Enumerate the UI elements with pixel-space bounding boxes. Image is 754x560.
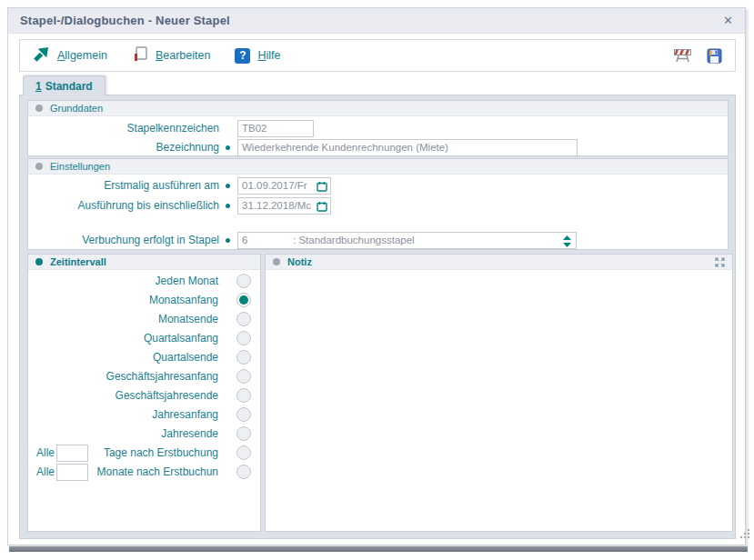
section-dot-icon	[35, 163, 43, 170]
menu-bearbeiten[interactable]: Bearbeiten	[132, 45, 210, 65]
section-header: Einstellungen	[28, 159, 728, 175]
radio-row: AlleMonate nach Erstbuchun	[28, 463, 260, 482]
radio-label: Jahresende	[161, 425, 218, 444]
date-text: 01.09.2017/Fr	[242, 180, 307, 191]
radio-row: Geschäftsjahresanfang	[28, 367, 260, 386]
tab-standard[interactable]: 1Standard	[23, 75, 106, 95]
field-label: Erstmalig ausführen am	[28, 177, 219, 195]
stapel-number: 6	[242, 235, 247, 245]
form-row: Verbuchung erfolgt in Stapel 6 : Standar…	[28, 232, 728, 249]
radio-row: Jeden Monat	[28, 272, 260, 291]
calendar-icon[interactable]	[317, 201, 327, 215]
stapel-name: : Standardbuchungsstapel	[293, 233, 415, 248]
notiz-textarea[interactable]	[266, 270, 732, 531]
form-row: Stapelkennzeichen TB02	[28, 120, 728, 137]
field-label: Ausführung bis einschließlich	[28, 197, 219, 215]
edit-stamp-icon	[132, 45, 148, 65]
radio-row: Monatsende	[28, 310, 260, 329]
radio-row: AlleTage nach Erstbuchung	[28, 444, 260, 463]
radio-label: Jahresanfang	[152, 405, 218, 425]
field-label: Stapelkennzeichen	[28, 120, 219, 137]
form-row: Bezeichnung Wiederkehrende Kundenrechnun…	[28, 139, 728, 156]
section-title: Einstellungen	[50, 161, 110, 172]
erstmalig-date-input[interactable]: 01.09.2017/Fr	[237, 177, 331, 195]
radio-label: Monatsanfang	[149, 291, 218, 310]
radio-label: Monatsende	[158, 310, 218, 329]
toolbar: Allgemein Bearbeiten ? Hilfe	[19, 39, 736, 72]
radio-label: Quartalsanfang	[144, 329, 218, 348]
radio-label: Tage nach Erstbuchung	[104, 444, 218, 463]
dialog-window: Stapel-/Dialogbuchen - Neuer Stapel ✕ Al…	[7, 7, 746, 545]
form-row: Erstmalig ausführen am 01.09.2017/Fr	[28, 177, 728, 195]
radio-label: Geschäftsjahresanfang	[106, 367, 218, 386]
section-header: Grunddaten	[28, 101, 728, 116]
required-marker-icon	[226, 184, 230, 188]
arrow-up-right-icon	[33, 45, 50, 66]
help-icon: ?	[235, 48, 250, 64]
bis-date-input[interactable]: 31.12.2018/Mc	[237, 197, 331, 215]
section-header: Notiz	[266, 255, 732, 270]
field-label: Bezeichnung	[28, 139, 219, 156]
radio-button[interactable]	[236, 445, 251, 460]
radio-button[interactable]	[236, 369, 251, 384]
window-bottom-edge	[9, 546, 748, 552]
barrier-icon[interactable]	[673, 47, 692, 64]
menu-rest: llgemein	[65, 49, 107, 62]
radio-label: Quartalsende	[153, 348, 218, 367]
menu-hilfe[interactable]: ? Hilfe	[235, 48, 280, 64]
tab-label: Standard	[45, 80, 93, 93]
alle-label: Alle	[36, 444, 55, 463]
radio-button[interactable]	[236, 388, 251, 403]
radio-row: Quartalsanfang	[28, 329, 260, 348]
main-panel: Grunddaten Stapelkennzeichen TB02 Bezeic…	[19, 95, 736, 539]
stapel-select[interactable]: 6 : Standardbuchungsstapel	[237, 232, 577, 249]
radio-label: Geschäftsjahresende	[116, 386, 218, 405]
zeitintervall-options: Jeden MonatMonatsanfangMonatsendeQuartal…	[28, 272, 260, 482]
radio-button[interactable]	[236, 331, 251, 345]
section-grunddaten: Grunddaten Stapelkennzeichen TB02 Bezeic…	[27, 100, 729, 156]
stapelkennzeichen-input[interactable]: TB02	[237, 120, 314, 137]
radio-button[interactable]	[236, 426, 251, 441]
interval-count-input[interactable]	[56, 445, 88, 462]
radio-button[interactable]	[236, 350, 251, 365]
radio-button[interactable]	[236, 465, 251, 479]
required-marker-icon	[226, 204, 230, 208]
menu-accel: B	[156, 49, 163, 62]
radio-row: Geschäftsjahresende	[28, 386, 260, 405]
radio-label: Jeden Monat	[156, 272, 218, 291]
radio-row: Quartalsende	[28, 348, 260, 367]
menu-rest: earbeiten	[163, 49, 210, 62]
radio-label: Monate nach Erstbuchun	[97, 463, 218, 482]
window-title: Stapel-/Dialogbuchen - Neuer Stapel	[20, 14, 230, 27]
section-title: Notiz	[287, 256, 312, 267]
resize-grip[interactable]	[739, 526, 750, 543]
radio-button[interactable]	[236, 274, 251, 288]
radio-row: Jahresanfang	[28, 405, 260, 425]
expand-icon[interactable]	[715, 257, 725, 267]
interval-count-input[interactable]	[56, 464, 88, 481]
tab-number: 1	[35, 80, 42, 93]
toolbar-right	[673, 47, 722, 64]
section-title: Zeitintervall	[50, 256, 106, 267]
save-icon[interactable]	[707, 48, 722, 64]
section-notiz: Notiz	[265, 254, 733, 532]
required-marker-icon	[226, 238, 230, 243]
field-label: Verbuchung erfolgt in Stapel	[28, 232, 219, 249]
menu-allgemein[interactable]: Allgemein	[33, 45, 107, 66]
section-einstellungen: Einstellungen Erstmalig ausführen am 01.…	[27, 158, 729, 250]
close-icon[interactable]: ✕	[723, 15, 733, 26]
radio-row: Monatsanfang	[28, 291, 260, 310]
radio-button[interactable]	[236, 312, 251, 326]
section-dot-icon	[35, 105, 43, 112]
radio-button[interactable]	[236, 407, 251, 422]
spinner-icon[interactable]	[563, 235, 571, 249]
radio-row: Jahresende	[28, 425, 260, 444]
section-zeitintervall: Zeitintervall Jeden MonatMonatsanfangMon…	[27, 254, 261, 532]
date-text: 31.12.2018/Mc	[242, 200, 311, 211]
form-row: Ausführung bis einschließlich 31.12.2018…	[28, 197, 728, 215]
radio-button[interactable]	[236, 293, 251, 307]
calendar-icon[interactable]	[317, 181, 327, 195]
required-marker-icon	[226, 145, 230, 150]
section-dot-icon	[35, 258, 43, 265]
bezeichnung-input[interactable]: Wiederkehrende Kundenrechnungen (Miete)	[237, 139, 578, 156]
